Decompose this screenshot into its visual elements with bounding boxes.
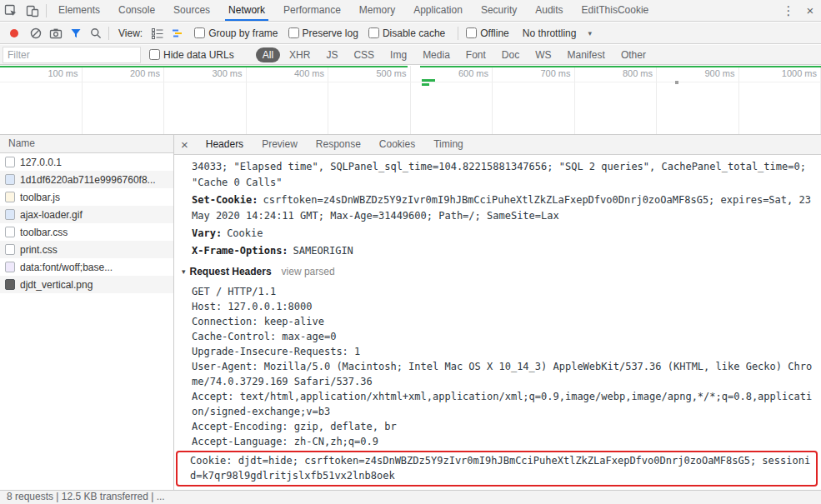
request-row[interactable]: data:font/woff;base... xyxy=(0,258,173,276)
screenshot-camera-icon[interactable] xyxy=(46,23,66,43)
request-name: data:font/woff;base... xyxy=(20,262,113,273)
device-toolbar-icon[interactable] xyxy=(22,0,43,21)
clear-icon[interactable] xyxy=(26,23,46,43)
filter-funnel-icon[interactable] xyxy=(66,23,86,43)
close-detail-icon[interactable]: × xyxy=(174,137,197,152)
filter-input[interactable] xyxy=(3,47,141,63)
detail-tabbar: × Headers Preview Response Cookies Timin… xyxy=(174,135,821,155)
timeline-tick-label: 400 ms xyxy=(294,68,324,78)
preserve-log-input[interactable] xyxy=(288,27,299,38)
request-header-line: Cache-Control: max-age=0 xyxy=(192,329,814,344)
timeline-tick-label: 300 ms xyxy=(212,68,242,78)
detail-tab[interactable]: Response xyxy=(307,135,370,154)
request-row[interactable]: toolbar.css xyxy=(0,223,173,241)
panel-tab[interactable]: Sources xyxy=(164,0,219,21)
more-options-icon[interactable]: ⋮ xyxy=(778,3,799,18)
resource-type-pill[interactable]: Media xyxy=(416,47,457,62)
request-name: 1d1df6220ab711e9996760f8... xyxy=(20,174,156,186)
resource-type-pill[interactable]: XHR xyxy=(283,47,317,62)
resource-type-pill[interactable]: CSS xyxy=(347,47,381,62)
request-header-line: Accept: text/html,application/xhtml+xml,… xyxy=(192,389,814,419)
resource-type-pill[interactable]: All xyxy=(256,47,280,62)
offline-checkbox[interactable]: Offline xyxy=(466,27,508,39)
header-name: Vary: xyxy=(192,227,222,239)
resource-type-pill[interactable]: Font xyxy=(459,47,493,62)
timeline-gridline: 500 ms xyxy=(328,66,411,134)
hide-data-urls-label: Hide data URLs xyxy=(163,49,234,61)
group-by-frame-checkbox[interactable]: Group by frame xyxy=(194,27,278,39)
response-header-line: X-Frame-Options:SAMEORIGIN xyxy=(192,243,814,259)
request-row[interactable]: print.css xyxy=(0,241,173,258)
timeline-gridline: 300 ms xyxy=(164,66,247,134)
resource-type-icon xyxy=(5,244,15,255)
resource-type-pill[interactable]: WS xyxy=(528,47,558,62)
cookie-header-line: Cookie: djdt=hide; csrftoken=z4sDnWBZDz5… xyxy=(190,453,811,483)
network-toolbar: View: Group by frame Preserve log Disabl… xyxy=(0,22,821,44)
inspect-element-icon[interactable] xyxy=(0,0,22,21)
request-row[interactable]: toolbar.js xyxy=(0,188,173,206)
preserve-log-checkbox[interactable]: Preserve log xyxy=(288,27,358,39)
request-row[interactable]: 127.0.0.1 xyxy=(0,153,173,171)
detail-tab[interactable]: Preview xyxy=(253,135,307,154)
resource-type-pill[interactable]: Doc xyxy=(495,47,526,62)
throttling-dropdown[interactable]: No throttling ▾ xyxy=(523,27,592,39)
panel-tab[interactable]: Network xyxy=(219,0,274,21)
resource-type-pill[interactable]: Manifest xyxy=(561,47,612,62)
panel-tab[interactable]: Elements xyxy=(49,0,109,21)
panel-tab[interactable]: Console xyxy=(109,0,164,21)
header-name: Set-Cookie: xyxy=(192,194,258,206)
request-name: 127.0.0.1 xyxy=(20,157,62,168)
resource-type-pill[interactable]: Other xyxy=(614,47,653,62)
throttling-value: No throttling xyxy=(523,27,577,39)
detail-tab[interactable]: Headers xyxy=(197,135,253,154)
panel-tab[interactable]: Performance xyxy=(274,0,350,21)
disable-cache-input[interactable] xyxy=(368,27,379,38)
search-icon[interactable] xyxy=(86,23,106,43)
detail-tab[interactable]: Timing xyxy=(424,135,473,154)
request-name: toolbar.css xyxy=(20,227,68,238)
resource-type-icon xyxy=(5,209,15,220)
resource-type-icon xyxy=(5,192,15,202)
network-overview-timeline[interactable]: 100 ms 200 ms 300 ms 400 ms 500 ms xyxy=(0,66,821,135)
response-headers-tail: 34033; "Elapsed time", SQLPanel_sql_time… xyxy=(192,159,814,259)
show-overview-icon[interactable] xyxy=(168,23,188,43)
timeline-request-bar xyxy=(422,83,429,86)
request-list: 127.0.0.1 1d1df6220ab711e9996760f8... to… xyxy=(0,153,173,490)
request-header-line: Accept-Language: zh-CN,zh;q=0.9 xyxy=(192,434,814,449)
disclosure-triangle-icon[interactable]: ▾ xyxy=(182,267,186,276)
timeline-green-line xyxy=(420,66,821,67)
panel-tab[interactable]: Audits xyxy=(526,0,572,21)
resource-type-icon xyxy=(5,157,15,167)
timeline-request-bar xyxy=(422,79,435,82)
close-devtools-icon[interactable]: × xyxy=(799,3,821,17)
panel-tab[interactable]: Memory xyxy=(350,0,404,21)
offline-input[interactable] xyxy=(466,27,477,38)
resource-type-pill[interactable]: JS xyxy=(319,47,344,62)
timeline-tick-label: 600 ms xyxy=(458,68,488,78)
timeline-gridline: 600 ms xyxy=(411,66,493,134)
request-row[interactable]: djdt_vertical.png xyxy=(0,276,173,293)
request-row[interactable]: ajax-loader.gif xyxy=(0,206,173,223)
name-column-header[interactable]: Name xyxy=(0,135,173,153)
hide-data-urls-input[interactable] xyxy=(149,49,160,60)
hide-data-urls-checkbox[interactable]: Hide data URLs xyxy=(149,49,234,61)
disable-cache-checkbox[interactable]: Disable cache xyxy=(368,27,445,39)
resource-type-pill[interactable]: Img xyxy=(383,47,413,62)
timeline-tick-label: 800 ms xyxy=(623,68,653,78)
request-row[interactable]: 1d1df6220ab711e9996760f8... xyxy=(0,171,173,188)
group-by-frame-input[interactable] xyxy=(194,27,205,38)
request-headers-section-header[interactable]: ▾ Request Headers view parsed xyxy=(182,266,814,277)
response-header-line: Set-Cookie:csrftoken=z4sDnWBZDz5Y9zIvr0m… xyxy=(192,192,814,224)
panel-tab[interactable]: Application xyxy=(404,0,472,21)
panel-tab[interactable]: EditThisCookie xyxy=(573,0,658,21)
record-icon[interactable] xyxy=(10,29,18,37)
request-headers-title: Request Headers xyxy=(190,266,272,277)
detail-tab[interactable]: Cookies xyxy=(370,135,424,154)
divider xyxy=(46,4,47,17)
timeline-marker-dot xyxy=(675,81,678,84)
view-parsed-link[interactable]: view parsed xyxy=(282,266,335,277)
small-request-rows-icon[interactable] xyxy=(148,23,168,43)
request-name: ajax-loader.gif xyxy=(20,209,83,221)
timeline-tick-label: 100 ms xyxy=(48,68,78,78)
panel-tab[interactable]: Security xyxy=(472,0,526,21)
